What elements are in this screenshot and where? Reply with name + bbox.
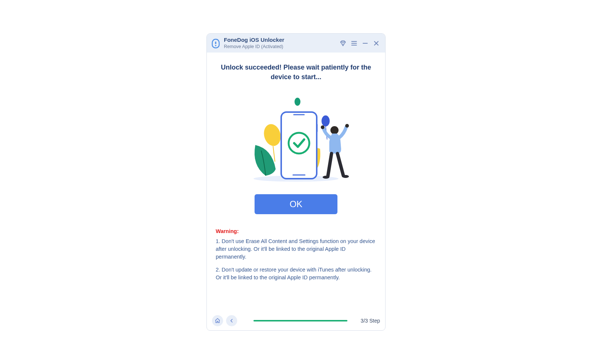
svg-rect-17 bbox=[316, 124, 318, 132]
minimize-icon[interactable] bbox=[361, 40, 369, 47]
warning-label: Warning: bbox=[216, 228, 376, 235]
warning-item-1: 1. Don't use Erase All Content and Setti… bbox=[216, 237, 376, 261]
titlebar-icons bbox=[339, 40, 380, 47]
app-title: FoneDog iOS Unlocker bbox=[224, 37, 336, 44]
svg-point-11 bbox=[295, 98, 300, 106]
warning-block: Warning: 1. Don't use Erase All Content … bbox=[216, 228, 376, 287]
svg-point-20 bbox=[321, 125, 324, 129]
app-logo bbox=[211, 38, 221, 48]
title-text-block: FoneDog iOS Unlocker Remove Apple ID (Ac… bbox=[224, 37, 336, 50]
success-heading: Unlock succeeded! Please wait patiently … bbox=[218, 63, 374, 81]
home-button[interactable] bbox=[212, 315, 223, 326]
svg-point-1 bbox=[215, 45, 216, 46]
svg-point-12 bbox=[322, 115, 330, 127]
titlebar: FoneDog iOS Unlocker Remove Apple ID (Ac… bbox=[207, 34, 385, 53]
app-window: FoneDog iOS Unlocker Remove Apple ID (Ac… bbox=[206, 33, 386, 331]
svg-line-10 bbox=[273, 146, 275, 162]
svg-point-9 bbox=[262, 122, 283, 148]
success-illustration bbox=[237, 91, 355, 184]
svg-point-19 bbox=[330, 126, 339, 134]
back-button[interactable] bbox=[226, 315, 237, 326]
progress-fill bbox=[253, 320, 347, 321]
app-subtitle: Remove Apple ID (Activated) bbox=[224, 44, 336, 50]
diamond-icon[interactable] bbox=[339, 40, 347, 47]
step-label: 3/3 Step bbox=[361, 318, 380, 324]
footer: 3/3 Step bbox=[207, 314, 385, 330]
warning-item-2: 2. Don't update or restore your device w… bbox=[216, 266, 376, 282]
progress-bar bbox=[253, 320, 347, 321]
content-area: Unlock succeeded! Please wait patiently … bbox=[207, 53, 385, 314]
ok-button[interactable]: OK bbox=[255, 194, 337, 214]
svg-rect-0 bbox=[215, 41, 216, 44]
svg-point-22 bbox=[323, 176, 329, 179]
menu-icon[interactable] bbox=[350, 40, 358, 47]
svg-point-23 bbox=[342, 175, 349, 178]
close-icon[interactable] bbox=[373, 40, 380, 47]
svg-point-21 bbox=[345, 124, 349, 128]
